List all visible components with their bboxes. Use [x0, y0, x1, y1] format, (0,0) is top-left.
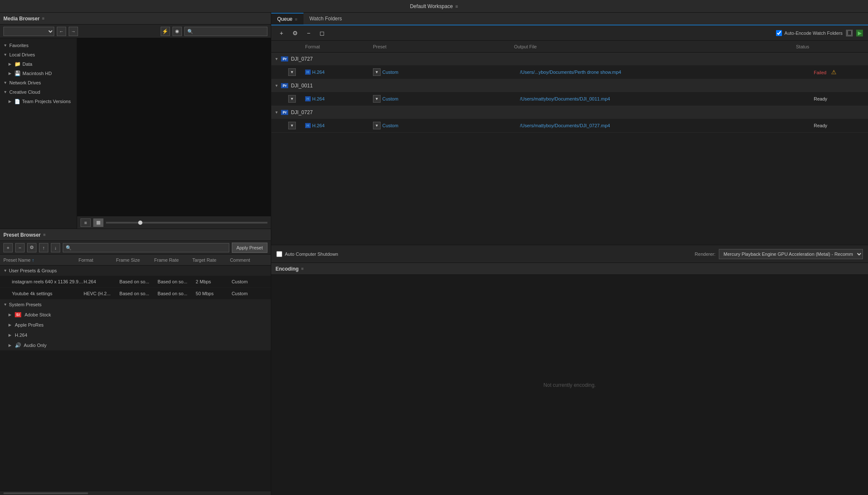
status-text-1-0: Ready: [814, 96, 827, 101]
preset-remove-btn[interactable]: −: [15, 243, 25, 252]
youtube-comment: Custom: [231, 291, 267, 296]
left-panel: Media Browser ≡ ← → ⚡ ◉ ▼ Favorites: [0, 13, 271, 495]
auto-shutdown-label[interactable]: Auto Computer Shutdown: [276, 251, 338, 257]
preset-add-btn[interactable]: +: [3, 243, 13, 252]
job-row-1-0: ▼ H H.264 ▼ Custom /Users/mattyboy/Docum…: [271, 92, 868, 106]
renderer-label: Renderer:: [695, 252, 715, 257]
preset-cell-1-0: ▼ Custom: [373, 95, 520, 103]
apple-prores-arrow: ▶: [8, 323, 11, 327]
preset-dropdown-1-0[interactable]: ▼: [373, 95, 381, 103]
file-tree: ▼ Favorites ▼ Local Drives ▶ 📁 Data ▶: [0, 38, 77, 229]
list-view-btn[interactable]: ≡: [81, 218, 91, 227]
team-projects-item[interactable]: ▶ 📄 Team Projects Versions: [0, 97, 77, 106]
preset-import-btn[interactable]: ↓: [51, 243, 60, 252]
preset-dropdown-0-0[interactable]: ▼: [373, 68, 381, 76]
system-presets-section[interactable]: ▼ System Presets: [0, 299, 271, 310]
format-badge-0-0: H: [305, 70, 311, 75]
main-layout: Media Browser ≡ ← → ⚡ ◉ ▼ Favorites: [0, 13, 868, 495]
preset-row-instagram[interactable]: instagram reels 640 x 1136 29.97 fps H.2…: [0, 276, 271, 288]
apple-prores-section[interactable]: ▶ Apple ProRes: [0, 320, 271, 330]
queue-remove-btn[interactable]: −: [303, 28, 314, 38]
preset-browser-header: Preset Browser ≡: [0, 229, 271, 241]
preset-browser-menu-icon[interactable]: ≡: [43, 232, 46, 237]
h264-section[interactable]: ▶ H.264: [0, 330, 271, 340]
preset-row-youtube[interactable]: Youtube 4k settings HEVC (H.2... Based o…: [0, 288, 271, 299]
filter-button[interactable]: ⚡: [161, 27, 170, 36]
encoding-menu-icon[interactable]: ≡: [301, 266, 304, 271]
adobe-stock-section[interactable]: ▶ S! Adobe Stock: [0, 310, 271, 320]
data-arrow: ▶: [8, 62, 13, 66]
job-arrow-0: ▼: [275, 57, 278, 61]
creative-cloud-item[interactable]: ▼ Creative Cloud: [0, 87, 77, 97]
back-button[interactable]: ←: [57, 27, 66, 36]
col-framerate-header: Frame Rate: [154, 257, 192, 263]
format-badge-1-0: H: [305, 96, 311, 101]
media-browser: Media Browser ≡ ← → ⚡ ◉ ▼ Favorites: [0, 13, 271, 229]
media-search-input[interactable]: [184, 27, 268, 36]
job-arrow-1: ▼: [275, 84, 278, 88]
macintosh-hd-item[interactable]: ▶ 💾 Macintosh HD: [0, 69, 77, 78]
job-row-expand-btn-1-0[interactable]: ▼: [288, 95, 296, 103]
preset-scrollbar[interactable]: [3, 492, 88, 494]
tab-queue[interactable]: Queue ≡: [271, 13, 303, 25]
job-row-expand-btn-2-0[interactable]: ▼: [288, 122, 296, 129]
queue-play-btn[interactable]: ▶: [856, 30, 863, 36]
user-presets-section[interactable]: ▼ User Presets & Groups: [0, 266, 271, 276]
auto-encode-label[interactable]: Auto-Encode Watch Folders: [776, 30, 843, 36]
col-framesize-header: Frame Size: [116, 257, 154, 263]
media-browser-menu-icon[interactable]: ≡: [42, 16, 45, 21]
renderer-dropdown[interactable]: Mercury Playback Engine GPU Acceleration…: [719, 249, 863, 259]
queue-content: ▼ Pr DJI_0727 ▼ H H.264 ▼: [271, 53, 868, 245]
preset-dropdown-2-0[interactable]: ▼: [373, 122, 381, 129]
audio-only-label: Audio Only: [24, 343, 47, 348]
auto-shutdown-checkbox[interactable]: [276, 251, 282, 257]
grid-view-btn[interactable]: ▦: [93, 218, 103, 227]
forward-button[interactable]: →: [69, 27, 78, 36]
favorites-item[interactable]: ▼ Favorites: [0, 41, 77, 50]
job-header-0[interactable]: ▼ Pr DJI_0727: [271, 53, 868, 65]
apply-preset-button[interactable]: Apply Preset: [232, 243, 267, 253]
apple-prores-label: Apple ProRes: [15, 322, 44, 327]
auto-encode-checkbox[interactable]: [776, 30, 782, 36]
queue-duplicate-btn[interactable]: ◻: [317, 28, 327, 38]
instagram-framesize: Based on so...: [120, 279, 158, 284]
youtube-name: Youtube 4k settings: [12, 291, 83, 296]
audio-only-section[interactable]: ▶ 🔊 Audio Only: [0, 340, 271, 350]
job-row-2-0: ▼ H H.264 ▼ Custom /Users/mattyboy/Docum…: [271, 119, 868, 132]
preset-name-0-0: Custom: [382, 70, 398, 75]
job-row-expand-btn-0-0[interactable]: ▼: [288, 68, 296, 76]
cc-arrow: ▼: [3, 90, 8, 94]
location-dropdown[interactable]: [3, 27, 54, 36]
preset-settings-btn[interactable]: ⚙: [27, 243, 36, 252]
tab-watch-folders[interactable]: Watch Folders: [303, 13, 348, 25]
workspace-menu-icon[interactable]: ≡: [455, 4, 458, 9]
data-item[interactable]: ▶ 📁 Data: [0, 59, 77, 69]
job-name-2: DJI_0727: [291, 109, 312, 115]
job-header-2[interactable]: ▼ Pr DJI_0727: [271, 106, 868, 119]
macintosh-label: Macintosh HD: [22, 71, 52, 76]
output-cell-1-0: /Users/mattyboy/Documents/DJI_0011.mp4: [520, 96, 814, 101]
queue-pause-btn[interactable]: ⏸: [846, 30, 853, 36]
preset-search-input[interactable]: [63, 243, 229, 252]
user-presets-label: User Presets & Groups: [9, 268, 57, 273]
h264-label: H.264: [15, 333, 27, 338]
cc-label: Creative Cloud: [9, 89, 40, 95]
preset-name-2-0: Custom: [382, 123, 398, 128]
output-cell-0-0: /Users/...yboy/Documents/Perth drone sho…: [520, 70, 814, 75]
job-name-0: DJI_0727: [291, 56, 312, 62]
youtube-format: HEVC (H.2...: [83, 291, 120, 296]
preview-slider[interactable]: [106, 222, 267, 224]
media-browser-body: ▼ Favorites ▼ Local Drives ▶ 📁 Data ▶: [0, 38, 271, 229]
network-drives-item[interactable]: ▼ Network Drives: [0, 78, 77, 87]
local-drives-item[interactable]: ▼ Local Drives: [0, 50, 77, 59]
col-comment-header: Comment: [230, 257, 267, 263]
adobe-stock-badge: S!: [15, 312, 21, 317]
job-header-1[interactable]: ▼ Pr DJI_0011: [271, 79, 868, 92]
team-arrow: ▶: [8, 99, 13, 103]
queue-add-btn[interactable]: +: [276, 28, 287, 38]
preset-table: Preset Name ↑ Format Frame Size Frame Ra…: [0, 254, 271, 491]
view-toggle-button[interactable]: ◉: [172, 27, 182, 36]
instagram-format: H.264: [83, 279, 120, 284]
queue-settings-btn[interactable]: ⚙: [290, 28, 300, 38]
preset-export-btn[interactable]: ↑: [39, 243, 48, 252]
